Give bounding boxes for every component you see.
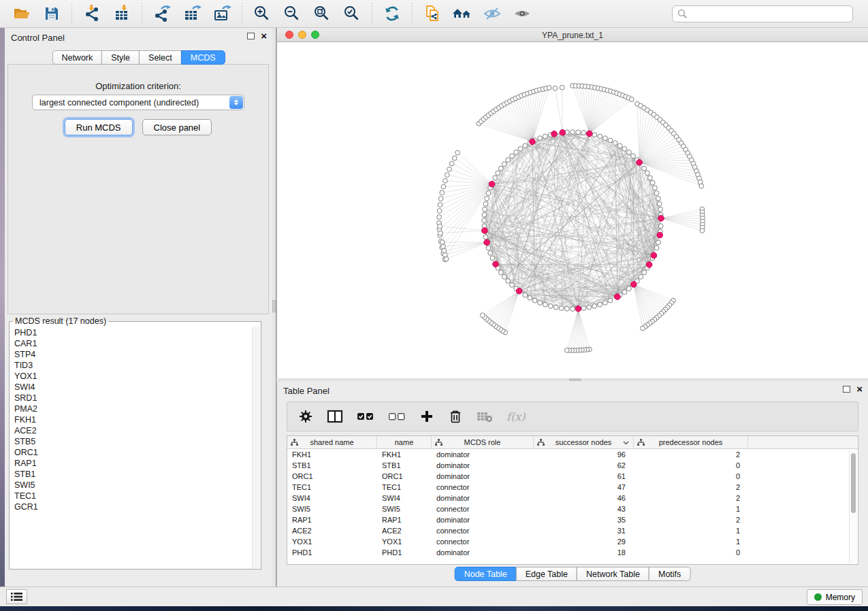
- network-node[interactable]: [502, 275, 507, 280]
- column-header-MCDS-role[interactable]: MCDS role: [432, 436, 534, 448]
- table-row[interactable]: ORC1ORC1dominator610: [287, 471, 858, 482]
- network-node[interactable]: [506, 279, 511, 284]
- network-node[interactable]: [523, 144, 528, 148]
- table-row[interactable]: RAP1RAP1dominator352: [287, 514, 858, 525]
- network-node[interactable]: [622, 146, 627, 151]
- import-table-button[interactable]: [110, 2, 134, 25]
- splitter-handle[interactable]: [272, 300, 276, 312]
- network-node[interactable]: [547, 86, 551, 90]
- network-node[interactable]: [656, 196, 661, 201]
- network-node[interactable]: [442, 248, 447, 253]
- mcds-result-item[interactable]: GCR1: [14, 501, 251, 512]
- table-row[interactable]: PHD1PHD1dominator180: [287, 547, 858, 558]
- network-node[interactable]: [641, 326, 645, 331]
- float-panel-icon[interactable]: [843, 386, 850, 393]
- network-node[interactable]: [483, 207, 487, 212]
- close-panel-icon[interactable]: ×: [261, 33, 267, 39]
- network-node[interactable]: [598, 302, 602, 307]
- float-panel-icon[interactable]: [247, 33, 255, 39]
- network-node[interactable]: [627, 286, 632, 291]
- column-header-predecessor-nodes[interactable]: predecessor nodes: [634, 436, 748, 448]
- scrollbar-thumb[interactable]: [851, 453, 856, 513]
- network-node[interactable]: [437, 215, 442, 220]
- split-panel-button[interactable]: [327, 409, 343, 424]
- mcds-node[interactable]: [482, 228, 488, 234]
- mcds-result-item[interactable]: ORC1: [14, 447, 251, 458]
- table-settings-button[interactable]: [298, 409, 313, 424]
- network-node[interactable]: [603, 136, 608, 141]
- export-table-button[interactable]: [180, 2, 204, 25]
- mcds-node[interactable]: [615, 294, 621, 300]
- tab-style[interactable]: Style: [101, 50, 140, 65]
- mcds-node[interactable]: [658, 216, 664, 222]
- table-row[interactable]: FKH1FKH1dominator962: [287, 449, 858, 460]
- network-node[interactable]: [437, 209, 442, 214]
- network-node[interactable]: [449, 161, 454, 166]
- network-node[interactable]: [658, 207, 663, 212]
- mcds-node[interactable]: [651, 252, 657, 259]
- first-neighbors-button[interactable]: [450, 2, 475, 25]
- network-node[interactable]: [553, 86, 558, 90]
- network-window-titlebar[interactable]: YPA_prune.txt_1: [277, 28, 868, 42]
- mcds-result-item[interactable]: STP4: [14, 349, 251, 360]
- network-node[interactable]: [603, 301, 608, 306]
- network-node[interactable]: [592, 304, 597, 309]
- network-node[interactable]: [443, 178, 448, 183]
- mcds-node[interactable]: [484, 240, 490, 246]
- task-history-button[interactable]: [6, 589, 27, 604]
- mcds-result-item[interactable]: FKH1: [14, 414, 251, 425]
- tab-select[interactable]: Select: [139, 50, 182, 65]
- mcds-node[interactable]: [530, 139, 536, 145]
- network-node[interactable]: [613, 141, 617, 146]
- zoom-out-button[interactable]: [280, 2, 304, 25]
- network-graph[interactable]: [277, 42, 868, 378]
- memory-button[interactable]: Memory: [807, 589, 863, 605]
- criterion-dropdown[interactable]: largest connected component (undirected): [32, 95, 244, 110]
- network-node[interactable]: [482, 212, 487, 217]
- network-node[interactable]: [543, 134, 547, 139]
- network-node[interactable]: [608, 138, 613, 143]
- network-node[interactable]: [592, 133, 597, 137]
- network-canvas[interactable]: [277, 42, 868, 378]
- column-header-successor-nodes[interactable]: successor nodes: [534, 436, 634, 448]
- network-node[interactable]: [581, 131, 586, 135]
- network-node[interactable]: [700, 229, 705, 233]
- table-row[interactable]: STB1STB1dominator620: [287, 460, 858, 471]
- network-node[interactable]: [483, 201, 488, 206]
- tab-motifs[interactable]: Motifs: [649, 567, 690, 581]
- network-node[interactable]: [483, 235, 488, 240]
- mcds-node[interactable]: [631, 282, 637, 288]
- delete-columns-button[interactable]: [448, 409, 463, 424]
- network-node[interactable]: [548, 304, 553, 309]
- table-row[interactable]: SWI4SWI4dominator462: [287, 493, 858, 503]
- mcds-result-item[interactable]: YOX1: [14, 371, 251, 382]
- tab-network-table[interactable]: Network Table: [577, 567, 649, 581]
- network-node[interactable]: [553, 305, 558, 310]
- column-header-name[interactable]: name: [377, 436, 432, 448]
- mcds-result-item[interactable]: TID3: [14, 360, 251, 371]
- network-node[interactable]: [441, 184, 446, 189]
- network-node[interactable]: [543, 302, 547, 307]
- mcds-result-item[interactable]: ACE2: [14, 425, 251, 436]
- network-node[interactable]: [490, 256, 495, 261]
- network-node[interactable]: [498, 270, 503, 275]
- network-node[interactable]: [617, 144, 622, 148]
- network-node[interactable]: [627, 150, 632, 154]
- network-node[interactable]: [587, 305, 592, 310]
- mcds-result-item[interactable]: PMA2: [14, 403, 251, 414]
- table-row[interactable]: SWI5SWI5connector431: [287, 503, 858, 514]
- clone-network-button[interactable]: [420, 2, 445, 25]
- network-node[interactable]: [506, 158, 511, 163]
- network-node[interactable]: [581, 306, 586, 311]
- network-node[interactable]: [440, 191, 445, 195]
- network-node[interactable]: [564, 348, 569, 352]
- network-node[interactable]: [480, 313, 485, 318]
- network-node[interactable]: [438, 231, 443, 235]
- network-node[interactable]: [502, 162, 507, 167]
- zoom-fit-button[interactable]: [310, 2, 334, 25]
- open-file-button[interactable]: [10, 2, 34, 25]
- network-node[interactable]: [440, 244, 445, 249]
- table-row[interactable]: ACE2ACE2connector311: [287, 525, 858, 536]
- network-node[interactable]: [523, 293, 528, 297]
- mcds-node[interactable]: [560, 130, 566, 136]
